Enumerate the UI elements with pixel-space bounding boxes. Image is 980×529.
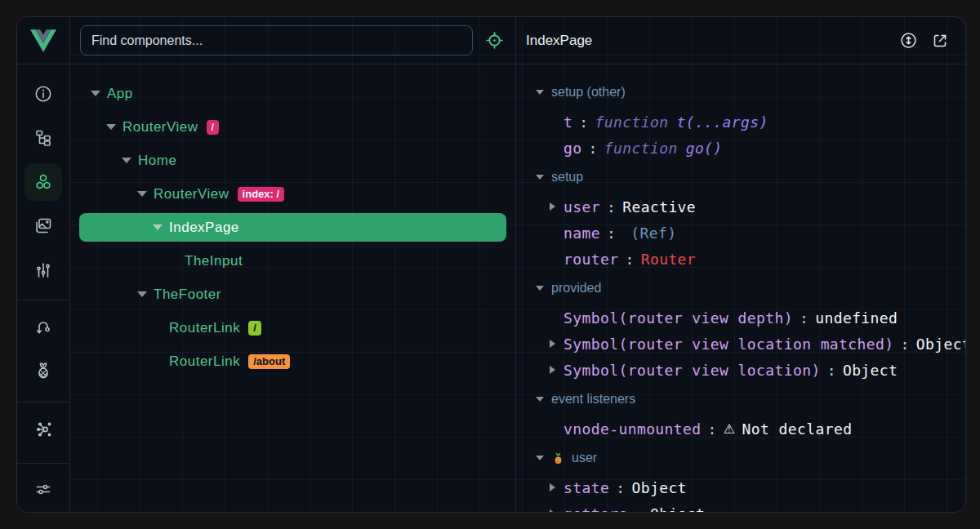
key-value-separator: :	[708, 420, 717, 438]
state-key: user	[564, 198, 600, 216]
sidebar-item-pinia[interactable]	[17, 349, 69, 393]
function-signature: go()	[686, 140, 723, 157]
warning-icon: ⚠	[724, 421, 736, 437]
state-row[interactable]: Symbol(router view location):Object	[516, 357, 965, 383]
state-value: Object	[843, 362, 898, 379]
component-name: RouterLink	[169, 320, 240, 336]
chevron-down-icon[interactable]	[122, 158, 131, 163]
route-badge: /about	[248, 354, 290, 369]
chevron-right-icon[interactable]	[550, 340, 564, 348]
key-value-separator: :	[616, 479, 625, 496]
sidebar-item-components[interactable]	[17, 160, 69, 204]
sidebar-divider	[17, 463, 69, 464]
tree-node[interactable]: RouterLink/about	[70, 345, 515, 378]
search-input[interactable]	[80, 25, 473, 56]
chevron-down-icon[interactable]	[137, 291, 147, 297]
section-label: setup	[551, 170, 583, 184]
state-row[interactable]: vnode-unmounted:⚠Not declared	[516, 416, 965, 442]
component-tree: AppRouterView/HomeRouterViewindex: /Inde…	[70, 64, 515, 512]
chevron-down-icon[interactable]	[91, 91, 100, 96]
state-row[interactable]: go:functiongo()	[516, 135, 965, 161]
devtools-window: AppRouterView/HomeRouterViewindex: /Inde…	[16, 16, 966, 513]
chevron-down-icon[interactable]	[153, 224, 163, 230]
key-value-separator: :	[625, 251, 634, 268]
section-header[interactable]: setup (other)	[516, 76, 965, 109]
state-value: Object	[650, 505, 705, 513]
chevron-right-icon[interactable]	[550, 366, 564, 374]
key-value-separator: :	[901, 336, 910, 353]
route-badge: index: /	[238, 187, 285, 202]
state-value: Object	[631, 479, 686, 496]
vue-logo	[17, 17, 69, 64]
tree-node[interactable]: RouterView/	[70, 110, 515, 144]
vue-logo-icon	[30, 29, 56, 52]
component-name: RouterLink	[169, 353, 240, 370]
section-header[interactable]: setup	[516, 161, 965, 193]
key-value-separator: :	[800, 309, 808, 327]
state-row[interactable]: name:(Ref)	[516, 220, 965, 246]
section-label: provided	[551, 281, 601, 296]
section-label: setup (other)	[551, 85, 626, 100]
tree-node[interactable]: RouterViewindex: /	[70, 177, 515, 211]
key-value-separator: :	[579, 113, 588, 131]
components-icon	[33, 172, 53, 192]
state-row[interactable]: Symbol(router view depth):undefined	[516, 305, 965, 331]
state-row[interactable]: user:Reactive	[516, 193, 965, 220]
tree-node[interactable]: TheInput	[70, 244, 515, 278]
key-value-separator: :	[827, 362, 836, 379]
state-key: go	[564, 140, 581, 157]
state-key: router	[564, 251, 618, 268]
key-value-separator: :	[588, 140, 597, 157]
section-label: user	[572, 451, 597, 465]
tree-node[interactable]: Home	[70, 144, 515, 177]
chevron-right-icon[interactable]	[550, 202, 564, 211]
sidebar-item-router[interactable]	[17, 305, 69, 349]
sidebar-item-assets[interactable]	[17, 204, 69, 248]
chevron-down-icon[interactable]	[536, 456, 544, 460]
sidebar-divider	[17, 300, 69, 300]
key-value-separator: :	[607, 224, 616, 242]
state-row[interactable]: state:Object	[516, 474, 965, 500]
sidebar-item-hierarchy[interactable]	[17, 116, 69, 160]
settings-sliders-icon	[33, 479, 53, 499]
chevron-down-icon[interactable]	[536, 397, 544, 402]
inspector-header: IndexPage	[516, 17, 965, 64]
tree-node[interactable]: App	[70, 77, 515, 110]
tree-node[interactable]: RouterLink/	[70, 311, 515, 345]
section-header[interactable]: event listeners	[516, 383, 965, 416]
graph-icon	[33, 420, 53, 439]
function-signature: t(...args)	[676, 113, 768, 131]
state-row[interactable]: getters:Object	[516, 500, 965, 512]
component-name: Home	[138, 153, 176, 169]
hierarchy-icon	[33, 128, 53, 148]
chevron-down-icon[interactable]	[106, 124, 116, 130]
locate-component-button[interactable]	[483, 29, 506, 51]
sidebar-item-settings[interactable]	[17, 467, 69, 511]
component-name: TheInput	[185, 253, 243, 269]
state-key: vnode-unmounted	[564, 420, 702, 438]
chevron-right-icon[interactable]	[550, 483, 564, 491]
state-row[interactable]: t:functiont(...args)	[516, 109, 965, 135]
chevron-down-icon[interactable]	[137, 191, 147, 197]
tree-node[interactable]: IndexPage	[79, 213, 506, 242]
chevron-down-icon[interactable]	[536, 175, 544, 180]
component-tree-panel: AppRouterView/HomeRouterViewindex: /Inde…	[70, 17, 516, 512]
component-name: IndexPage	[169, 220, 239, 236]
section-header[interactable]: provided	[516, 272, 965, 305]
sidebar-item-timeline[interactable]	[17, 248, 69, 292]
state-value: Reactive	[622, 198, 696, 216]
sidebar-item-graph[interactable]	[17, 407, 69, 451]
chevron-right-icon[interactable]	[550, 509, 564, 512]
section-header[interactable]: user	[516, 442, 965, 474]
inspector-panel: IndexPage setup (other)t:functiont(...ar…	[516, 17, 965, 512]
search-bar	[70, 17, 515, 64]
sidebar-item-overview[interactable]	[17, 72, 69, 116]
tree-node[interactable]: TheFooter	[70, 278, 515, 311]
open-in-editor-button[interactable]	[931, 32, 949, 50]
scroll-to-component-button[interactable]	[899, 31, 918, 50]
state-row[interactable]: Symbol(router view location matched):Obj…	[516, 331, 965, 357]
state-inspector: setup (other)t:functiont(...args)go:func…	[516, 64, 965, 512]
state-row[interactable]: router:Router	[516, 246, 965, 272]
chevron-down-icon[interactable]	[536, 286, 544, 291]
chevron-down-icon[interactable]	[536, 90, 544, 95]
